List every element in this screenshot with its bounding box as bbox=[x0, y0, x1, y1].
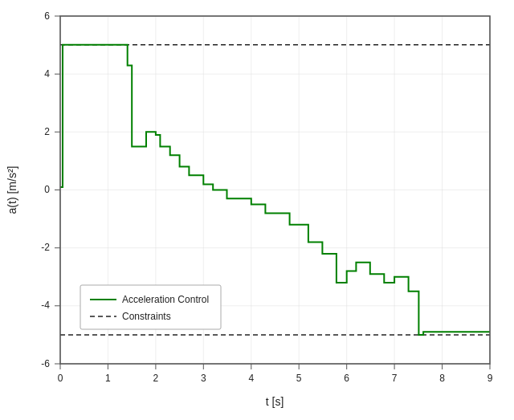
x-axis-label: t [s] bbox=[266, 395, 284, 408]
svg-rect-56 bbox=[80, 285, 221, 329]
svg-text:4: 4 bbox=[44, 68, 50, 80]
svg-text:7: 7 bbox=[392, 373, 398, 384]
legend-acceleration-label: Acceleration Control bbox=[122, 294, 209, 305]
svg-text:2: 2 bbox=[44, 126, 50, 137]
y-axis: 6 4 2 0 -2 -4 -6 bbox=[41, 10, 60, 369]
svg-text:-2: -2 bbox=[41, 242, 50, 253]
svg-text:4: 4 bbox=[248, 373, 254, 384]
svg-text:1: 1 bbox=[105, 373, 111, 384]
svg-text:8: 8 bbox=[439, 373, 445, 384]
svg-text:6: 6 bbox=[344, 373, 349, 384]
svg-text:6: 6 bbox=[44, 10, 50, 22]
y-axis-label: a(t) [m/s²] bbox=[6, 166, 18, 214]
legend-constraints-label: Constraints bbox=[122, 311, 171, 322]
svg-text:3: 3 bbox=[201, 373, 206, 384]
chart-container: 0 1 2 3 4 5 6 7 8 9 bbox=[0, 0, 514, 420]
svg-text:2: 2 bbox=[153, 373, 159, 384]
svg-text:9: 9 bbox=[487, 373, 493, 384]
svg-text:-4: -4 bbox=[41, 300, 50, 311]
svg-text:0: 0 bbox=[44, 184, 50, 195]
x-axis: 0 1 2 3 4 5 6 7 8 9 bbox=[58, 364, 493, 384]
svg-text:0: 0 bbox=[58, 373, 63, 384]
svg-text:-6: -6 bbox=[41, 358, 50, 369]
svg-text:5: 5 bbox=[296, 373, 302, 384]
